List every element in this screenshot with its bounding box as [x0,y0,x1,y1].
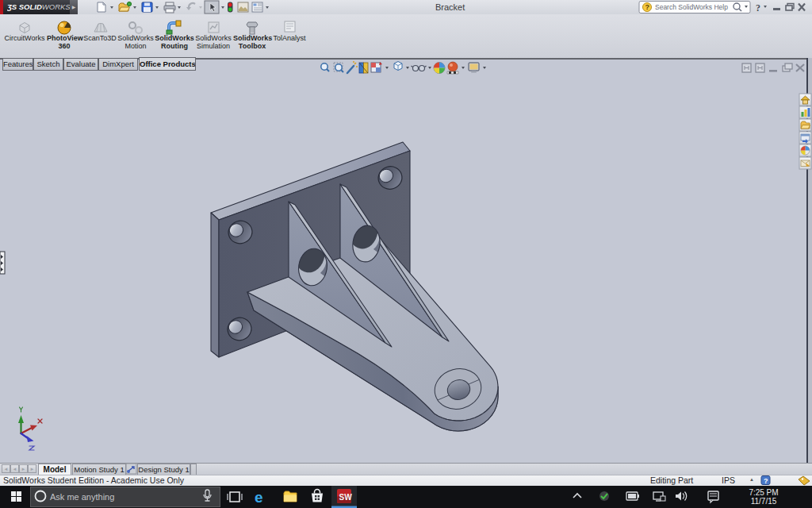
svg-text:SW: SW [339,493,353,502]
svg-text:e: e [255,489,263,506]
svg-text:?: ? [764,477,768,485]
